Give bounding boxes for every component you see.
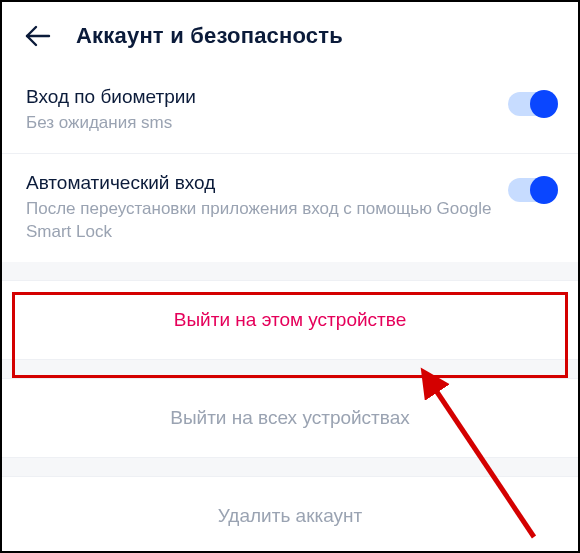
logout-all-devices-button[interactable]: Выйти на всех устройствах bbox=[2, 378, 578, 458]
section-gap bbox=[2, 458, 578, 476]
setting-title: Автоматический вход bbox=[26, 172, 508, 194]
back-button[interactable] bbox=[24, 22, 52, 50]
setting-row-biometric: Вход по биометрии Без ожидания sms bbox=[2, 68, 578, 153]
toggle-knob bbox=[530, 90, 558, 118]
setting-title: Вход по биометрии bbox=[26, 86, 508, 108]
logout-this-device-button[interactable]: Выйти на этом устройстве bbox=[2, 280, 578, 360]
setting-text: Автоматический вход После переустановки … bbox=[26, 172, 508, 244]
setting-subtitle: Без ожидания sms bbox=[26, 112, 508, 135]
toggle-biometric[interactable] bbox=[508, 92, 556, 116]
section-gap bbox=[2, 262, 578, 280]
arrow-left-icon bbox=[25, 25, 51, 47]
toggle-autologin[interactable] bbox=[508, 178, 556, 202]
setting-subtitle: После переустановки приложения вход с по… bbox=[26, 198, 508, 244]
section-gap bbox=[2, 360, 578, 378]
setting-text: Вход по биометрии Без ожидания sms bbox=[26, 86, 508, 135]
page-title: Аккаунт и безопасность bbox=[76, 23, 343, 49]
header: Аккаунт и безопасность bbox=[2, 2, 578, 68]
toggle-knob bbox=[530, 176, 558, 204]
setting-row-autologin: Автоматический вход После переустановки … bbox=[2, 154, 578, 262]
delete-account-button[interactable]: Удалить аккаунт bbox=[2, 476, 578, 553]
